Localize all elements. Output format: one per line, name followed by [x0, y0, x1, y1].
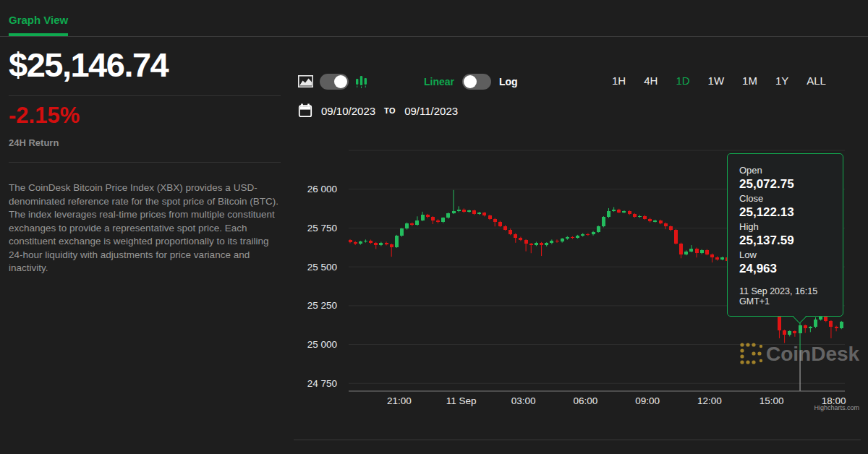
candlestick-icon[interactable] [355, 74, 367, 89]
chart-controls: Linear Log [298, 72, 518, 91]
range-1y[interactable]: 1Y [775, 74, 788, 87]
svg-text:25 500: 25 500 [307, 262, 337, 273]
svg-text:24 750: 24 750 [307, 378, 337, 389]
date-range-picker: 09/10/2023 TO 09/11/2023 [298, 103, 458, 118]
range-1m[interactable]: 1M [742, 74, 757, 87]
coindesk-logo-icon [740, 343, 762, 364]
index-description: The CoinDesk Bitcoin Price Index (XBX) p… [9, 181, 284, 275]
range-4h[interactable]: 4H [644, 74, 658, 87]
svg-text:21:00: 21:00 [387, 395, 412, 406]
tooltip-high-label: High [739, 221, 835, 233]
linear-scale-label[interactable]: Linear [424, 76, 454, 87]
scale-toggle[interactable] [462, 74, 491, 90]
price-change-24h: -2.15% [9, 103, 80, 129]
area-chart-icon[interactable] [298, 75, 313, 88]
svg-text:25 250: 25 250 [307, 300, 337, 311]
end-date[interactable]: 09/11/2023 [404, 105, 458, 117]
tooltip-open-label: Open [739, 165, 835, 176]
range-1d[interactable]: 1D [676, 74, 689, 87]
svg-text:25 750: 25 750 [307, 223, 337, 234]
date-range-separator: TO [384, 106, 396, 115]
log-scale-label[interactable]: Log [499, 76, 518, 87]
header-divider [0, 36, 868, 37]
svg-text:25 000: 25 000 [307, 339, 337, 350]
svg-text:26 000: 26 000 [307, 184, 337, 194]
tab-graph-view[interactable]: Graph View [9, 14, 68, 26]
tooltip-low-label: Low [739, 249, 835, 261]
divider [9, 95, 281, 96]
scale-toggle-group: Linear Log [424, 74, 518, 90]
tooltip-high-value: 25,137.59 [739, 233, 835, 249]
svg-text:CoinDesk: CoinDesk [766, 343, 860, 365]
tab-active-underline [9, 33, 68, 36]
toggle-knob [464, 75, 477, 88]
tooltip-low-value: 24,963 [739, 261, 835, 277]
calendar-icon[interactable] [298, 103, 312, 118]
svg-text:09:00: 09:00 [635, 395, 660, 406]
start-date[interactable]: 09/10/2023 [321, 105, 375, 117]
tooltip-timestamp: 11 Sep 2023, 16:15 GMT+1 [739, 286, 835, 307]
chart-tooltip: Open 25,072.75 Close 25,122.13 High 25,1… [727, 153, 843, 317]
bottom-divider [294, 440, 861, 440]
time-range-selector: 1H 4H 1D 1W 1M 1Y ALL [612, 74, 826, 87]
toggle-knob [334, 75, 347, 88]
current-price: $25,146.74 [9, 46, 168, 84]
price-change-caption: 24H Return [9, 137, 59, 148]
range-1w[interactable]: 1W [708, 74, 725, 87]
svg-text:11 Sep: 11 Sep [446, 395, 477, 406]
highcharts-credit[interactable]: Highcharts.com [810, 404, 859, 411]
svg-text:06:00: 06:00 [573, 395, 597, 406]
svg-text:03:00: 03:00 [511, 395, 536, 406]
svg-text:12:00: 12:00 [697, 395, 722, 406]
range-all[interactable]: ALL [807, 74, 826, 87]
range-1h[interactable]: 1H [612, 74, 626, 87]
chart-type-toggle[interactable] [320, 74, 349, 90]
tooltip-open-value: 25,072.75 [739, 176, 835, 192]
svg-text:15:00: 15:00 [760, 395, 784, 406]
tooltip-close-value: 25,122.13 [739, 205, 835, 220]
tooltip-close-label: Close [739, 193, 835, 205]
divider [9, 162, 281, 163]
